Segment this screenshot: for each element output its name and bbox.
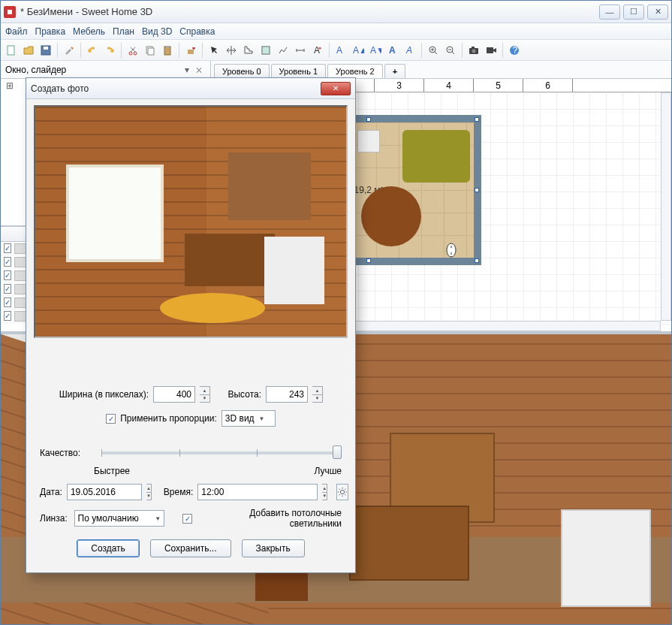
add-level-button[interactable]: +: [384, 64, 405, 78]
menu-furniture[interactable]: Мебель: [73, 26, 105, 37]
date-spinner[interactable]: ▲▼: [146, 484, 152, 500]
clear-filter-icon[interactable]: ⨯: [192, 65, 206, 75]
zoom-in-icon[interactable]: [426, 43, 441, 58]
help-icon[interactable]: ?: [507, 43, 522, 58]
minimize-button[interactable]: —: [599, 5, 620, 20]
italic-icon[interactable]: A: [402, 43, 417, 58]
save-icon[interactable]: [38, 43, 53, 58]
svg-text:?: ?: [513, 45, 518, 56]
catalog-filter-input[interactable]: [5, 65, 182, 75]
time-input[interactable]: [197, 484, 318, 500]
chevron-down-icon[interactable]: ▾: [182, 65, 192, 75]
pan-icon[interactable]: [224, 43, 239, 58]
open-file-icon[interactable]: [21, 43, 36, 58]
checkbox-icon[interactable]: ✓: [4, 311, 11, 321]
apply-ratio-label: Применить пропорции:: [120, 413, 217, 424]
quality-thumb[interactable]: [333, 445, 342, 459]
checkbox-icon[interactable]: ✓: [4, 284, 11, 294]
svg-point-29: [341, 490, 345, 494]
new-file-icon[interactable]: [4, 43, 19, 58]
create-button[interactable]: Создать: [77, 539, 140, 557]
maximize-button[interactable]: ☐: [623, 5, 644, 20]
svg-point-28: [447, 243, 456, 257]
checkbox-icon[interactable]: ✓: [4, 297, 11, 307]
increase-text-icon[interactable]: A▲: [351, 43, 366, 58]
menu-plan[interactable]: План: [113, 26, 134, 37]
svg-text:A: A: [353, 45, 359, 56]
plan-sofa-furniture[interactable]: [402, 130, 470, 183]
svg-rect-0: [8, 46, 14, 55]
svg-text:A: A: [314, 45, 320, 56]
create-walls-icon[interactable]: [241, 43, 256, 58]
create-photo-icon[interactable]: [466, 43, 481, 58]
add-furniture-icon[interactable]: [183, 43, 198, 58]
create-polylines-icon[interactable]: [276, 43, 291, 58]
checkbox-icon[interactable]: ✓: [4, 270, 11, 280]
photo-preview: [34, 105, 348, 338]
date-label: Дата:: [40, 487, 62, 497]
checkbox-icon[interactable]: ✓: [4, 257, 11, 267]
undo-icon[interactable]: [85, 43, 100, 58]
chevron-down-icon: ▼: [155, 515, 161, 522]
svg-text:A: A: [389, 45, 396, 56]
sun-icon[interactable]: [336, 484, 348, 500]
paste-icon[interactable]: [160, 43, 175, 58]
close-button[interactable]: Закрыть: [242, 539, 305, 557]
redo-icon[interactable]: [102, 43, 117, 58]
copy-icon[interactable]: [143, 43, 158, 58]
menu-help[interactable]: Справка: [179, 26, 215, 37]
width-label: Ширина (в пикселах):: [59, 389, 149, 400]
create-rooms-icon[interactable]: [258, 43, 273, 58]
width-spinner[interactable]: ▲▼: [200, 386, 210, 403]
height-spinner[interactable]: ▲▼: [312, 386, 323, 403]
menubar: Файл Правка Мебель План Вид 3D Справка: [1, 23, 671, 40]
select-icon[interactable]: [206, 43, 221, 58]
camera-icon[interactable]: [444, 243, 459, 258]
svg-text:A: A: [405, 45, 412, 56]
preferences-icon[interactable]: [62, 43, 77, 58]
titlebar[interactable]: * БезИмени - Sweet Home 3D — ☐ ✕: [1, 1, 671, 23]
create-dimensions-icon[interactable]: [293, 43, 308, 58]
menu-view3d[interactable]: Вид 3D: [142, 26, 172, 37]
menu-file[interactable]: Файл: [5, 26, 28, 37]
date-input[interactable]: [67, 484, 142, 500]
apply-ratio-checkbox[interactable]: ✓: [106, 414, 116, 424]
level-tabs: Уровень 0 Уровень 1 Уровень 2 +: [211, 61, 671, 79]
decrease-text-icon[interactable]: A▼: [368, 43, 383, 58]
width-input[interactable]: [153, 386, 195, 403]
checkbox-icon[interactable]: ✓: [4, 243, 11, 253]
ceiling-lights-checkbox[interactable]: ✓: [182, 514, 192, 524]
chevron-down-icon: ▼: [259, 415, 265, 422]
tree-expand-icon[interactable]: ⊞: [5, 80, 14, 91]
plan-scale-icon[interactable]: A: [333, 43, 348, 58]
svg-text:▲: ▲: [359, 45, 364, 56]
lens-select[interactable]: По умолчанию▼: [74, 510, 165, 527]
height-input[interactable]: [266, 386, 308, 403]
dialog-close-button[interactable]: ✕: [321, 82, 351, 95]
close-window-button[interactable]: ✕: [647, 5, 668, 20]
save-button[interactable]: Сохранить...: [150, 539, 231, 557]
level-tab-1[interactable]: Уровень 1: [271, 64, 327, 78]
zoom-out-icon[interactable]: [443, 43, 458, 58]
spinner-down-icon: ▼: [146, 493, 151, 500]
create-video-icon[interactable]: [484, 43, 499, 58]
catalog-filter: ▾ ⨯: [1, 61, 210, 79]
menu-edit[interactable]: Правка: [35, 26, 66, 37]
plan-armchair-furniture[interactable]: [357, 130, 380, 152]
app-icon: [4, 6, 16, 18]
time-spinner[interactable]: ▲▼: [322, 484, 327, 500]
quality-slider[interactable]: [101, 451, 337, 454]
dialog-titlebar[interactable]: Создать фото ✕: [26, 78, 355, 99]
cut-icon[interactable]: [125, 43, 140, 58]
level-tab-2[interactable]: Уровень 2: [327, 64, 383, 78]
bold-icon[interactable]: A: [385, 43, 400, 58]
time-label: Время:: [164, 487, 193, 497]
vertical-scrollbar[interactable]: [661, 92, 671, 321]
ceiling-lights-label: Добавить потолочные светильники: [197, 508, 342, 529]
create-text-icon[interactable]: A: [310, 43, 325, 58]
level-tab-0[interactable]: Уровень 0: [214, 64, 270, 78]
svg-point-23: [472, 49, 476, 53]
quality-better-label: Лучше: [314, 466, 342, 476]
ratio-select[interactable]: 3D вид▼: [221, 410, 276, 427]
plan-table-furniture[interactable]: [361, 186, 421, 246]
